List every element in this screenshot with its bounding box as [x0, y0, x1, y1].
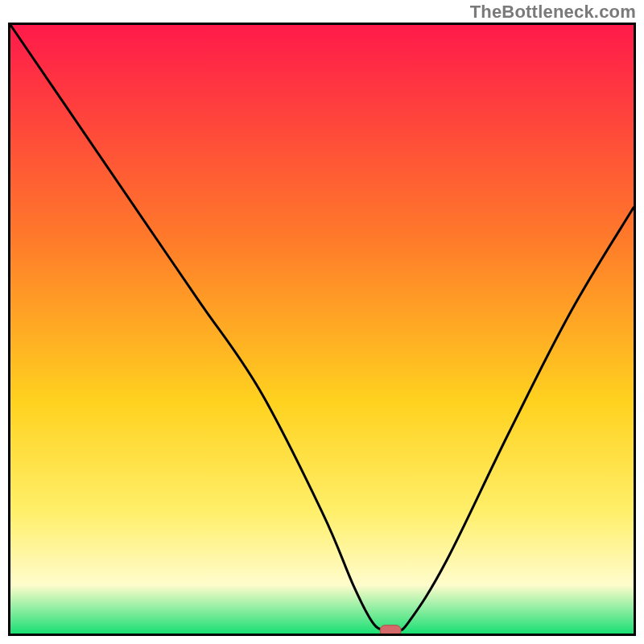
bottleneck-chart [8, 23, 636, 636]
attribution-text: TheBottleneck.com [470, 2, 636, 23]
plot-frame [8, 23, 636, 636]
chart-container: TheBottleneck.com [0, 0, 644, 644]
gradient-background [10, 25, 634, 634]
